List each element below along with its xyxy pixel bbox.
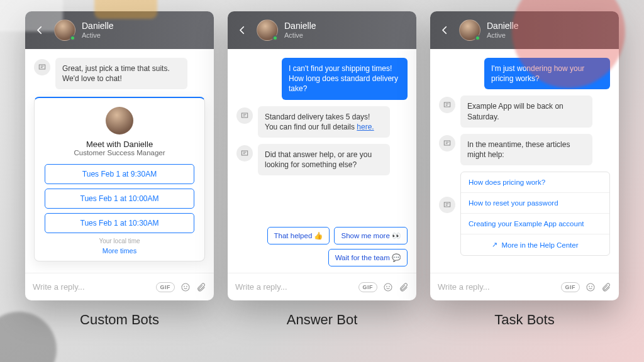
gif-icon[interactable]: GIF [358,282,378,292]
presence-indicator-icon [70,35,75,41]
card-subtitle: Customer Success Manager [45,149,194,156]
bot-message: Did that answer help, or are you looking… [258,144,390,175]
panel-caption-answer-bot: Answer Bot [228,312,416,328]
svg-point-0 [182,283,189,291]
bot-avatar-icon [439,197,455,213]
article-link[interactable]: How to reset your password [461,193,609,214]
reply-input[interactable] [438,282,561,292]
presence-indicator-icon [272,35,278,41]
bot-message-text: Standard delivery takes 5 days! You can … [265,112,370,131]
article-link[interactable]: How does pricing work? [461,172,609,193]
svg-point-8 [592,286,592,287]
article-link[interactable]: Creating your Example App account [461,214,609,234]
composer: GIF [25,273,214,300]
attachment-icon[interactable] [399,282,409,292]
details-link[interactable]: here. [357,123,374,131]
svg-point-2 [187,286,187,287]
agent-name: Danielle [284,21,316,31]
chat-panel-custom-bots: Danielle Active Great, just pick a time … [25,11,214,300]
bot-avatar-icon [236,145,253,162]
agent-name: Danielle [82,21,114,31]
panel-caption-task-bots: Task Bots [430,312,619,328]
bot-message-row: In the meantime, these articles might he… [439,134,610,165]
svg-point-6 [587,283,594,291]
agent-avatar[interactable] [459,19,480,41]
time-slot-button[interactable]: Tues Feb 1 at 9:30AM [45,164,194,184]
bot-avatar-icon [439,97,455,113]
chat-panel-answer-bot: Danielle Active I can't find your shippi… [228,11,416,300]
meeting-card: Meet with Danielle Customer Success Mana… [34,97,205,261]
emoji-icon[interactable] [383,282,393,292]
articles-row: How does pricing work? How to reset your… [439,172,610,256]
external-link-icon: ↗ [492,241,497,249]
bot-message-row: Did that answer help, or are you looking… [236,144,408,175]
quick-reply-wait[interactable]: Wait for the team 💬 [328,249,408,266]
presence-indicator-icon [475,35,480,41]
bot-message-row: Great, just pick a time that suits. We'd… [34,58,205,89]
bot-message: Example App will be back on Saturday. [460,96,592,127]
back-icon[interactable] [439,25,450,36]
user-message: I can't find your shipping times! How lo… [282,58,408,100]
svg-point-5 [389,286,390,287]
agent-avatar[interactable] [257,19,278,41]
reply-input[interactable] [33,282,156,292]
help-center-link[interactable]: ↗ More in the Help Center [461,234,609,255]
quick-reply-helped[interactable]: That helped 👍 [267,227,330,244]
reply-input[interactable] [235,282,358,292]
svg-point-7 [589,286,590,287]
bot-message-row: Standard delivery takes 5 days! You can … [236,106,408,138]
composer: GIF [228,273,416,300]
card-title: Meet with Danielle [45,140,194,149]
back-icon[interactable] [236,25,248,36]
help-center-label: More in the Help Center [501,241,578,249]
more-times-link[interactable]: More times [45,247,194,255]
bot-avatar-icon [236,107,253,124]
emoji-icon[interactable] [586,282,596,292]
bot-message: Great, just pick a time that suits. We'd… [55,58,187,89]
svg-point-3 [384,283,392,291]
bot-message-row: Example App will be back on Saturday. [439,96,610,127]
quick-reply-show-more[interactable]: Show me more 👀 [334,227,408,244]
time-slot-button[interactable]: Tues Feb 1 at 10:00AM [45,189,194,209]
agent-avatar[interactable] [54,19,75,41]
agent-status: Active [82,31,114,39]
gif-icon[interactable]: GIF [156,282,175,292]
svg-point-4 [387,286,387,287]
time-slot-button[interactable]: Tues Feb 1 at 10:30AM [45,213,194,233]
gif-icon[interactable]: GIF [561,282,580,292]
composer: GIF [430,273,619,300]
card-avatar [106,107,133,134]
chat-header: Danielle Active [228,11,416,49]
bot-message: Standard delivery takes 5 days! You can … [258,106,390,138]
timezone-note: Your local time [45,238,194,244]
attachment-icon[interactable] [601,282,611,292]
bot-message: In the meantime, these articles might he… [460,134,592,165]
emoji-icon[interactable] [180,282,191,292]
panel-caption-custom-bots: Custom Bots [25,312,214,328]
agent-status: Active [284,31,316,39]
bot-avatar-icon [439,135,455,151]
attachment-icon[interactable] [196,282,206,292]
bot-avatar-icon [34,59,50,75]
svg-point-1 [184,286,185,287]
